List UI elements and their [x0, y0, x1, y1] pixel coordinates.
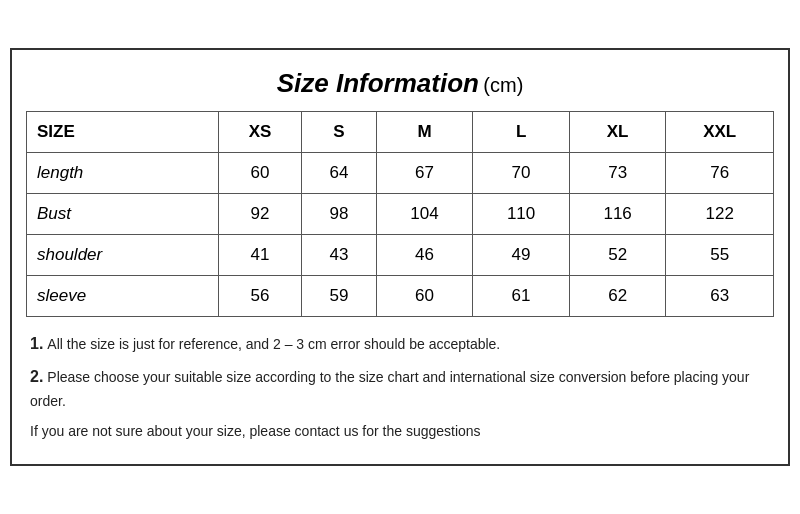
notes-section: 1.All the size is just for reference, an… [26, 331, 774, 443]
cell-value: 41 [218, 234, 301, 275]
cell-value: 60 [376, 275, 473, 316]
row-label: sleeve [27, 275, 219, 316]
row-label: length [27, 152, 219, 193]
column-header: XXL [666, 111, 774, 152]
cell-value: 122 [666, 193, 774, 234]
cell-value: 92 [218, 193, 301, 234]
cell-value: 63 [666, 275, 774, 316]
cell-value: 55 [666, 234, 774, 275]
column-header: L [473, 111, 570, 152]
note-number: 1. [30, 335, 43, 352]
note-item: 2.Please choose your suitable size accor… [30, 364, 770, 412]
row-label: Bust [27, 193, 219, 234]
table-row: shoulder414346495255 [27, 234, 774, 275]
cell-value: 43 [302, 234, 377, 275]
note-number: 2. [30, 368, 43, 385]
cell-value: 64 [302, 152, 377, 193]
chart-title: Size Information [277, 68, 479, 98]
cell-value: 110 [473, 193, 570, 234]
chart-unit: (cm) [483, 74, 523, 96]
cell-value: 70 [473, 152, 570, 193]
cell-value: 67 [376, 152, 473, 193]
row-label: shoulder [27, 234, 219, 275]
cell-value: 98 [302, 193, 377, 234]
size-chart-container: Size Information (cm) SIZEXSSMLXLXXL len… [10, 48, 790, 467]
note-item: 1.All the size is just for reference, an… [30, 331, 770, 357]
table-row: length606467707376 [27, 152, 774, 193]
size-table: SIZEXSSMLXLXXL length606467707376Bust929… [26, 111, 774, 317]
cell-value: 46 [376, 234, 473, 275]
cell-value: 61 [473, 275, 570, 316]
cell-value: 116 [569, 193, 666, 234]
table-row: Bust9298104110116122 [27, 193, 774, 234]
note-item: If you are not sure about your size, ple… [30, 420, 770, 442]
table-row: sleeve565960616263 [27, 275, 774, 316]
column-header: M [376, 111, 473, 152]
table-header-row: SIZEXSSMLXLXXL [27, 111, 774, 152]
column-header: XS [218, 111, 301, 152]
cell-value: 60 [218, 152, 301, 193]
cell-value: 52 [569, 234, 666, 275]
title-row: Size Information (cm) [26, 60, 774, 111]
column-header: XL [569, 111, 666, 152]
cell-value: 56 [218, 275, 301, 316]
cell-value: 49 [473, 234, 570, 275]
cell-value: 59 [302, 275, 377, 316]
cell-value: 104 [376, 193, 473, 234]
column-header: S [302, 111, 377, 152]
cell-value: 73 [569, 152, 666, 193]
cell-value: 62 [569, 275, 666, 316]
column-header: SIZE [27, 111, 219, 152]
cell-value: 76 [666, 152, 774, 193]
